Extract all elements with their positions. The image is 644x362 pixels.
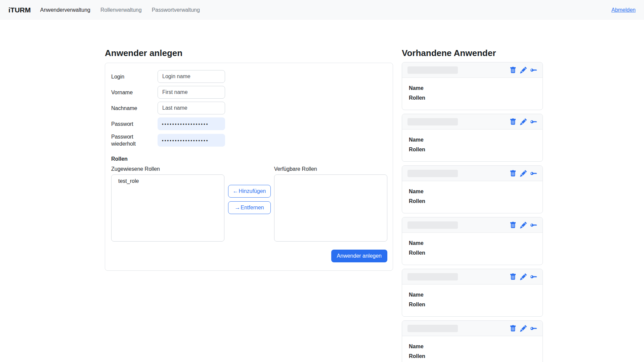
user-rollen-label: Rollen (409, 94, 456, 102)
trash-icon[interactable] (510, 222, 516, 228)
pencil-icon[interactable] (520, 67, 527, 73)
user-card-header (402, 321, 543, 336)
assigned-roles-list[interactable]: test_role (111, 174, 224, 242)
user-name-row: Name (409, 188, 536, 195)
user-card: Name Rollen (402, 114, 543, 162)
create-user-section: Anwender anlegen Login Vorname Nachname … (105, 48, 393, 271)
user-card-actions (510, 273, 537, 280)
user-rollen-label: Rollen (409, 301, 456, 308)
key-icon[interactable] (530, 222, 537, 228)
remove-role-label: Entfernen (241, 205, 264, 211)
key-icon[interactable] (530, 170, 537, 177)
user-card: Name Rollen (402, 269, 543, 317)
transfer-buttons: ← Hinzufügen → Entfernen (224, 166, 274, 242)
available-roles-col: Verfügbare Rollen (274, 166, 387, 242)
user-rollen-label: Rollen (409, 146, 456, 153)
user-login-placeholder (407, 170, 458, 177)
user-name-row: Name (409, 239, 536, 247)
existing-users-section: Vorhandene Anwender Name (402, 48, 543, 362)
pencil-icon[interactable] (520, 222, 527, 228)
trash-icon[interactable] (510, 118, 516, 125)
user-card-body: Name Rollen (402, 78, 543, 110)
trash-icon[interactable] (510, 67, 516, 73)
login-input[interactable] (158, 70, 225, 83)
user-rollen-label: Rollen (409, 197, 456, 205)
trash-icon[interactable] (510, 273, 516, 280)
user-rollen-label: Rollen (409, 249, 456, 257)
user-card-body: Name Rollen (402, 130, 543, 161)
user-card-body: Name Rollen (402, 233, 543, 265)
nachname-row: Nachname (111, 102, 387, 114)
app-brand[interactable]: iTURM (8, 6, 31, 14)
passwort-wiederholt-input[interactable] (158, 134, 225, 147)
user-card: Name Rollen (402, 62, 543, 110)
user-card-actions (510, 118, 537, 125)
role-option[interactable]: test_role (112, 175, 224, 188)
logout-link[interactable]: Abmelden (611, 7, 636, 13)
nav-item-rollenverwaltung[interactable]: Rollenverwaltung (100, 7, 142, 13)
key-icon[interactable] (530, 325, 537, 332)
user-card-header (402, 62, 543, 78)
user-card-actions (510, 170, 537, 177)
user-login-placeholder (407, 221, 458, 229)
existing-users-title: Vorhandene Anwender (402, 48, 543, 58)
key-icon[interactable] (530, 118, 537, 125)
user-card-body: Name Rollen (402, 336, 543, 362)
vorname-label: Vorname (111, 89, 158, 96)
pencil-icon[interactable] (520, 118, 527, 125)
nav-item-anwenderverwaltung[interactable]: Anwenderverwaltung (40, 7, 90, 13)
create-user-button[interactable]: Anwender anlegen (331, 250, 387, 262)
vorname-input[interactable] (158, 86, 225, 99)
user-card-actions (510, 222, 537, 228)
add-role-label: Hinzufügen (239, 188, 266, 194)
user-name-row: Name (409, 136, 536, 144)
nachname-input[interactable] (158, 102, 225, 114)
user-name-label: Name (409, 136, 456, 144)
key-icon[interactable] (530, 273, 537, 280)
user-rollen-row: Rollen (409, 352, 536, 360)
passwort-label: Passwort (111, 120, 158, 127)
user-name-row: Name (409, 343, 536, 350)
user-name-label: Name (409, 291, 456, 299)
rollen-heading: Rollen (111, 156, 387, 162)
user-login-placeholder (407, 66, 458, 74)
user-card-actions (510, 67, 537, 73)
passwort-wiederholt-row: Passwort wiederholt (111, 133, 387, 147)
user-card-header (402, 166, 543, 181)
remove-role-button[interactable]: → Entfernen (228, 201, 271, 214)
available-roles-label: Verfügbare Rollen (274, 166, 387, 172)
nav-item-passwortverwaltung[interactable]: Passwortverwaltung (152, 7, 200, 13)
nav-links: Anwenderverwaltung Rollenverwaltung Pass… (40, 7, 200, 13)
trash-icon[interactable] (510, 170, 516, 177)
user-card-header (402, 217, 543, 233)
right-arrow-icon: → (234, 204, 240, 211)
user-name-label: Name (409, 188, 456, 195)
login-row: Login (111, 70, 387, 83)
key-icon[interactable] (530, 67, 537, 73)
trash-icon[interactable] (510, 325, 516, 332)
passwort-input[interactable] (158, 117, 225, 130)
user-card-list: Name Rollen (402, 62, 543, 362)
assigned-roles-label: Zugewiesene Rollen (111, 166, 224, 172)
add-role-button[interactable]: ← Hinzufügen (228, 185, 271, 198)
user-login-placeholder (407, 118, 458, 125)
pencil-icon[interactable] (520, 170, 527, 177)
pencil-icon[interactable] (520, 273, 527, 280)
create-user-title: Anwender anlegen (105, 48, 393, 58)
roles-row: Zugewiesene Rollen test_role ← Hinzufüge… (111, 166, 387, 242)
user-card-body: Name Rollen (402, 285, 543, 316)
user-card-body: Name Rollen (402, 181, 543, 213)
user-card: Name Rollen (402, 165, 543, 213)
user-card: Name Rollen (402, 217, 543, 265)
passwort-row: Passwort (111, 117, 387, 130)
pencil-icon[interactable] (520, 325, 527, 332)
user-name-row: Name (409, 291, 536, 299)
user-rollen-row: Rollen (409, 301, 536, 308)
user-card-header (402, 269, 543, 285)
passwort-wiederholt-label: Passwort wiederholt (111, 133, 158, 147)
user-rollen-row: Rollen (409, 146, 536, 153)
available-roles-list[interactable] (274, 174, 387, 242)
user-rollen-row: Rollen (409, 249, 536, 257)
submit-row: Anwender anlegen (111, 250, 387, 262)
user-login-placeholder (407, 325, 458, 332)
